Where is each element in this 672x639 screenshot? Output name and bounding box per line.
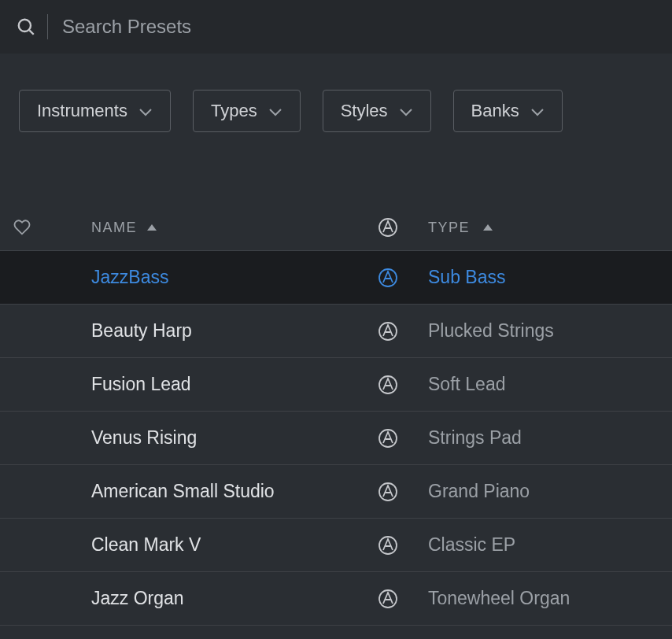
- column-type-label: TYPE: [428, 220, 470, 236]
- filter-label: Styles: [341, 101, 388, 121]
- heart-icon: [13, 220, 31, 235]
- preset-type: Soft Lead: [428, 374, 505, 395]
- chevron-down-icon: [138, 101, 153, 121]
- chevron-down-icon: [268, 101, 282, 121]
- table-row[interactable]: Fusion LeadSoft Lead: [0, 358, 672, 412]
- preset-table: NAME TYPE JazzBassSub BassBeauty HarpPlu…: [0, 217, 672, 626]
- filter-banks[interactable]: Banks: [453, 90, 563, 132]
- filter-label: Types: [211, 101, 257, 121]
- table-row[interactable]: American Small StudioGrand Piano: [0, 465, 672, 519]
- table-row[interactable]: Clean Mark VClassic EP: [0, 519, 672, 572]
- filter-label: Banks: [471, 101, 519, 121]
- arturia-logo-icon: [378, 375, 398, 395]
- column-type[interactable]: TYPE: [414, 220, 672, 236]
- chevron-down-icon: [399, 101, 413, 121]
- filter-label: Instruments: [37, 101, 127, 121]
- preset-name: Jazz Organ: [91, 588, 184, 609]
- preset-type: Strings Pad: [428, 427, 522, 449]
- preset-type: Grand Piano: [428, 481, 530, 502]
- filter-styles[interactable]: Styles: [323, 90, 431, 132]
- svg-marker-4: [483, 224, 493, 231]
- column-brand[interactable]: [362, 217, 414, 238]
- svg-line-1: [29, 30, 33, 34]
- filter-instruments[interactable]: Instruments: [19, 90, 171, 132]
- svg-marker-2: [147, 224, 157, 231]
- preset-name: American Small Studio: [91, 481, 275, 502]
- preset-type: Classic EP: [428, 534, 515, 556]
- arturia-logo-icon: [378, 268, 398, 288]
- preset-type: Sub Bass: [428, 267, 505, 288]
- preset-type: Plucked Strings: [428, 320, 554, 342]
- arturia-logo-icon: [378, 321, 398, 342]
- filter-types[interactable]: Types: [193, 90, 301, 132]
- table-row[interactable]: Beauty HarpPlucked Strings: [0, 305, 672, 358]
- preset-name: JazzBass: [91, 267, 168, 288]
- search-bar: [0, 0, 672, 54]
- arturia-logo-icon: [378, 217, 398, 238]
- column-name-label: NAME: [91, 220, 137, 236]
- sort-ascending-icon: [146, 220, 157, 235]
- column-name[interactable]: NAME: [44, 220, 362, 236]
- preset-type: Tonewheel Organ: [428, 588, 570, 609]
- table-row[interactable]: Jazz OrganTonewheel Organ: [0, 572, 672, 626]
- search-input[interactable]: [62, 16, 656, 38]
- preset-name: Fusion Lead: [91, 374, 191, 395]
- chevron-down-icon: [530, 101, 545, 121]
- search-divider: [47, 14, 48, 39]
- preset-name: Clean Mark V: [91, 534, 201, 556]
- search-icon: [16, 17, 36, 37]
- arturia-logo-icon: [378, 482, 398, 502]
- column-favorite[interactable]: [0, 220, 44, 235]
- table-row[interactable]: JazzBassSub Bass: [0, 251, 672, 305]
- arturia-logo-icon: [378, 535, 398, 556]
- arturia-logo-icon: [378, 589, 398, 609]
- arturia-logo-icon: [378, 428, 398, 449]
- table-body: JazzBassSub BassBeauty HarpPlucked Strin…: [0, 251, 672, 626]
- table-header: NAME TYPE: [0, 217, 672, 251]
- preset-name: Beauty Harp: [91, 320, 192, 342]
- sort-ascending-icon: [482, 220, 493, 235]
- svg-point-0: [19, 20, 31, 31]
- table-row[interactable]: Venus RisingStrings Pad: [0, 412, 672, 465]
- preset-name: Venus Rising: [91, 427, 197, 449]
- filter-row: Instruments Types Styles Banks: [0, 54, 672, 146]
